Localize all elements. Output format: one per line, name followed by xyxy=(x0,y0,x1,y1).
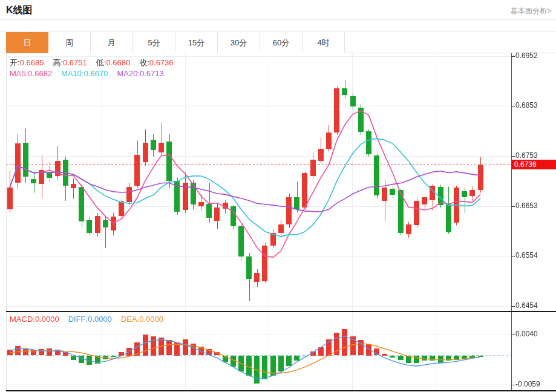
current-price-badge: 0.6736 xyxy=(511,160,556,169)
ma5-value: MA5:0.6682 xyxy=(10,69,52,78)
macd-legend: MACD:0.0000DIFF:0.0000DEA:0.0000 xyxy=(10,315,172,324)
ohlc-close-label: 收: xyxy=(139,58,149,67)
price-tick-3: 0.6653 xyxy=(515,201,538,210)
price-tick-5: 0.6454 xyxy=(515,301,538,310)
ma20-value: MA20:0.6713 xyxy=(117,69,163,78)
ma10-value-number: 0.6670 xyxy=(84,69,108,78)
ohlc-open: 开:0.6685 xyxy=(10,58,44,67)
dea-value-number: 0.0000 xyxy=(139,315,163,324)
ohlc-close-number: 0.6736 xyxy=(149,58,174,67)
ohlc-low: 低:0.6680 xyxy=(96,58,130,67)
macd-value-label: MACD: xyxy=(10,315,35,324)
ohlc-open-number: 0.6685 xyxy=(20,58,44,67)
ohlc-low-number: 0.6680 xyxy=(106,58,130,67)
ohlc-open-label: 开: xyxy=(10,58,20,67)
price-tick-2: 0.6753 xyxy=(515,151,538,160)
dea-value-label: DEA: xyxy=(121,315,139,324)
macd-value: MACD:0.0000 xyxy=(10,315,59,324)
ohlc-low-label: 低: xyxy=(96,58,106,67)
ohlc-high-number: 0.6751 xyxy=(63,58,87,67)
diff-value-number: 0.0000 xyxy=(88,315,112,324)
price-tick-0: 0.6952 xyxy=(515,51,538,60)
ma20-value-label: MA20: xyxy=(117,69,140,78)
ma5-value-label: MA5: xyxy=(10,69,28,78)
ma10-value: MA10:0.6670 xyxy=(61,69,108,78)
ma10-value-label: MA10: xyxy=(61,69,84,78)
macd-tick-0: 0.0040 xyxy=(515,330,538,338)
price-tick-4: 0.6554 xyxy=(515,251,538,260)
chart-area: 开:0.6685高:0.6751低:0.6680收:0.6736 MA5:0.6… xyxy=(0,53,556,392)
ma5-value-number: 0.6682 xyxy=(28,69,52,78)
dea-value: DEA:0.0000 xyxy=(121,315,163,324)
macd-value-number: 0.0000 xyxy=(35,315,59,324)
kline-page: K线图 基本面分析> 日周月5分15分30分60分4时 开:0.6685高:0.… xyxy=(0,0,556,392)
ma-legend: MA5:0.6682MA10:0.6670MA20:0.6713 xyxy=(10,69,173,78)
ohlc-high-label: 高: xyxy=(53,58,63,67)
ohlc-legend: 开:0.6685高:0.6751低:0.6680收:0.6736 xyxy=(10,57,183,68)
price-tick-1: 0.6853 xyxy=(515,101,538,109)
macd-tick-1: -0.0059 xyxy=(515,380,540,388)
ohlc-high: 高:0.6751 xyxy=(53,58,87,67)
diff-value-label: DIFF: xyxy=(68,315,88,324)
ohlc-close: 收:0.6736 xyxy=(139,58,173,67)
diff-value: DIFF:0.0000 xyxy=(68,315,112,324)
ma20-value-number: 0.6713 xyxy=(140,69,164,78)
